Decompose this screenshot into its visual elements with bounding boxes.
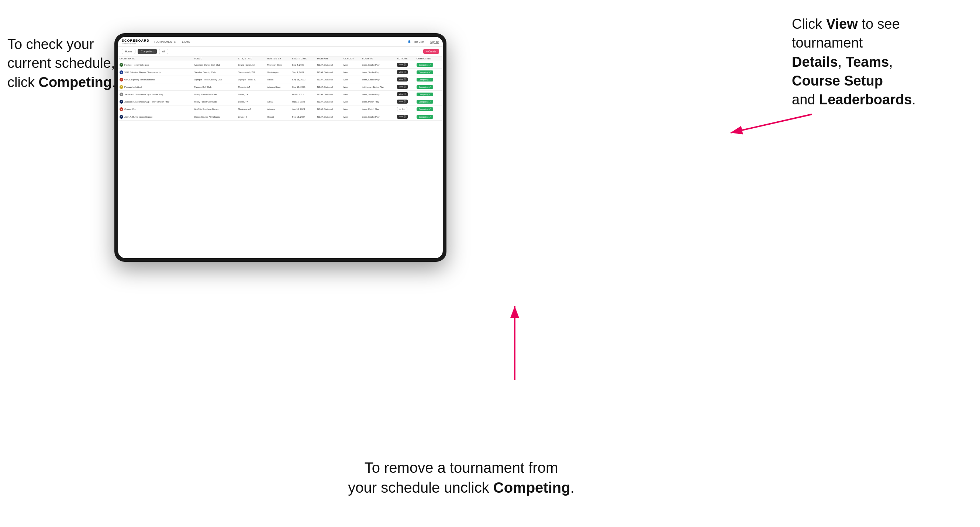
cell-hosted-by: Washington [266,68,290,76]
cell-event-name: H John A. Burns Intercollegiate [118,113,192,121]
cell-actions: View ⓘ [396,76,415,83]
view-button[interactable]: View ⓘ [397,92,408,96]
cell-division: NCAA Division I [316,98,342,105]
cell-gender: Men [342,98,361,105]
cell-venue: Trinity Forest Golf Club [192,98,237,105]
edit-button[interactable]: ✏ Edit [397,107,407,111]
table-row: J Jackson T. Stephens Cup – Men's Match … [118,98,443,105]
col-event-name: EVENT NAME [118,56,192,61]
cell-competing: Competing ✓ [415,113,443,121]
cell-division: NCAA Division I [316,83,342,91]
cell-competing: Competing ✓ [415,91,443,98]
competing-button[interactable]: Competing ✓ [417,100,433,104]
cell-venue: American Dunes Golf Club [192,61,237,68]
cell-event-name: J Jackson T. Stephens Cup – Stroke Play [118,91,192,98]
cell-venue: Papago Golf Club [192,83,237,91]
cell-competing: Competing ✓ [415,105,443,113]
tablet-screen: SCOREBOARD Powered by clipp TOURNAMENTS … [118,37,443,258]
app-toolbar: Home Competing All + Create [118,47,443,56]
cell-gender: Men [342,83,361,91]
team-logo: P [119,85,123,89]
cell-city-state: Dallas, TX [237,98,266,105]
cell-division: NCAA Division I [316,68,342,76]
cell-start-date: Oct 9, 2023 [291,91,316,98]
view-button[interactable]: View ⓘ [397,115,408,119]
cell-event-name: F Folds of Honor Collegiate [118,61,192,68]
cell-division: NCAA Division I [316,91,342,98]
cell-city-state: Olympia Fields, IL [237,76,266,83]
competing-button[interactable]: Competing ✓ [417,107,433,111]
cell-hosted-by: ABAC [266,98,290,105]
team-logo: H [119,115,123,119]
cell-event-name: A Copper Cup [118,105,192,113]
cell-gender: Men [342,113,361,121]
cell-competing: Competing ✓ [415,76,443,83]
view-button[interactable]: View ⓘ [397,70,408,74]
separator: | [426,41,427,43]
cell-competing: Competing ✓ [415,68,443,76]
cell-division: NCAA Division I [316,113,342,121]
user-icon: 👤 [408,40,410,43]
cell-venue: Olympia Fields Country Club [192,76,237,83]
col-competing: COMPETING [415,56,443,61]
cell-venue: Trinity Forest Golf Club [192,91,237,98]
competing-button[interactable]: Competing ✓ [417,92,433,96]
competing-button[interactable]: Competing ✓ [417,70,433,74]
cell-event-name: P Papago Individual [118,83,192,91]
col-gender: GENDER [342,56,361,61]
create-button[interactable]: + Create [423,49,439,54]
cell-hosted-by: Arizona State [266,83,290,91]
cell-city-state: Sammamish, WA [237,68,266,76]
cell-gender: Men [342,91,361,98]
view-button[interactable]: View ⓘ [397,85,408,89]
event-name: Papago Individual [124,86,142,88]
cell-scoring: team, Stroke Play [361,91,396,98]
cell-venue: Sahalee Country Club [192,68,237,76]
team-logo: I [119,78,123,81]
cell-start-date: Feb 15, 2024 [291,113,316,121]
col-scoring: SCORING [361,56,396,61]
table-row: H John A. Burns Intercollegiate Ocean Co… [118,113,443,121]
col-city-state: CITY, STATE [237,56,266,61]
sign-out-link[interactable]: Sign out [430,41,439,43]
tab-all[interactable]: All [159,49,169,54]
cell-competing: Competing ✓ [415,61,443,68]
cell-scoring: team, Stroke Play [361,113,396,121]
competing-button[interactable]: Competing ✓ [417,85,433,89]
annotation-line3: click [7,75,38,90]
cell-division: NCAA Division I [316,61,342,68]
event-name: Copper Cup [124,108,136,110]
competing-button[interactable]: Competing ✓ [417,115,433,119]
competing-button[interactable]: Competing ✓ [417,63,433,67]
cell-hosted-by [266,91,290,98]
cell-start-date: Sep 4, 2023 [291,61,316,68]
cell-actions: View ⓘ [396,98,415,105]
tab-home[interactable]: Home [122,49,135,54]
nav-tournaments[interactable]: TOURNAMENTS [154,41,176,43]
logo-title: SCOREBOARD [122,39,150,43]
view-button[interactable]: View ⓘ [397,63,408,67]
cell-division: NCAA Division I [316,76,342,83]
cell-start-date: Sep 15, 2023 [291,76,316,83]
annotation-line1: To check your [7,37,94,52]
view-button[interactable]: View ⓘ [397,78,408,81]
event-name: OFCC Fighting Illini Invitational [124,79,154,81]
col-start-date: START DATE [291,56,316,61]
competing-button[interactable]: Competing ✓ [417,78,433,81]
cell-actions: View ⓘ [396,91,415,98]
cell-event-name: J Jackson T. Stephens Cup – Men's Match … [118,98,192,105]
nav-teams[interactable]: TEAMS [180,41,190,43]
table-row: F Folds of Honor Collegiate American Dun… [118,61,443,68]
cell-actions: View ⓘ [396,68,415,76]
cell-scoring: team, Stroke Play [361,68,396,76]
tab-competing[interactable]: Competing [138,49,157,54]
col-hosted-by: HOSTED BY [266,56,290,61]
cell-venue: Ocean Course At Hokuala [192,113,237,121]
event-name: Jackson T. Stephens Cup – Men's Match Pl… [124,101,169,103]
col-actions: ACTIONS [396,56,415,61]
cell-event-name: W 2023 Sahalee Players Championship [118,68,192,76]
cell-competing: Competing ✓ [415,83,443,91]
cell-hosted-by: Hawaii [266,113,290,121]
view-button[interactable]: View ⓘ [397,100,408,104]
team-logo: W [119,70,123,74]
